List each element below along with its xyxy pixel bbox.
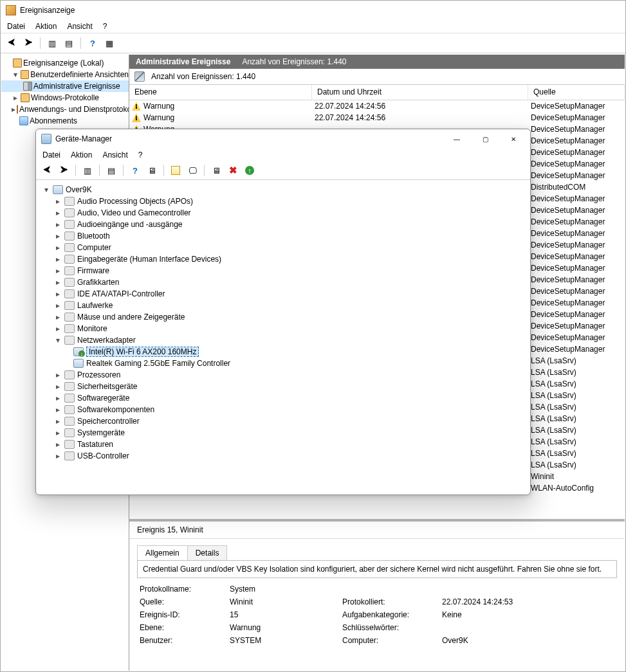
event-detail-tabs: Allgemein Details — [137, 545, 625, 560]
col-date[interactable]: Datum und Uhrzeit — [312, 85, 528, 100]
filter-bar[interactable]: Anzahl von Ereignissen: 1.440 — [129, 69, 625, 85]
col-level[interactable]: Ebene — [129, 85, 312, 100]
tree-app-logs-label: Anwendungs- und Dienstprotokolle — [19, 105, 129, 114]
device-category[interactable]: ▸Softwarekomponenten — [40, 404, 526, 415]
device-category[interactable]: ▸Tastaturen — [40, 439, 526, 450]
minimize-button[interactable]: — — [443, 130, 471, 148]
dm-help-button[interactable]: ? — [128, 163, 142, 177]
table-row[interactable]: Warnung22.07.2024 14:24:56DeviceSetupMan… — [129, 100, 625, 112]
maximize-button[interactable]: ▢ — [471, 130, 499, 148]
val-taskcat: Keine — [442, 610, 614, 619]
nav-forward-button[interactable]: ⮞ — [21, 36, 35, 50]
close-button[interactable]: ✕ — [499, 130, 528, 148]
dm-uninstall-button[interactable]: 🖵 — [185, 163, 199, 177]
device-category[interactable]: ▸Firmware — [40, 265, 526, 277]
device-category[interactable]: ▸Sicherheitsgeräte — [40, 381, 526, 392]
dm-nav-back-button[interactable]: ⮜ — [40, 163, 54, 177]
dm-remove-device-button[interactable]: ✖ — [226, 163, 240, 177]
device-category[interactable]: ▸Mäuse und andere Zeigegeräte — [40, 311, 526, 323]
device-category[interactable]: ▸Systemgeräte — [40, 427, 526, 439]
device-manager-titlebar[interactable]: Geräte-Manager — ▢ ✕ — [36, 129, 530, 149]
device-manager-window[interactable]: Geräte-Manager — ▢ ✕ Datei Aktion Ansich… — [35, 129, 531, 495]
device-category-label: Softwaregeräte — [77, 394, 129, 403]
tree-root[interactable]: Ereignisanzeige (Lokal) — [1, 57, 129, 69]
table-row[interactable]: Warnung22.07.2024 14:24:56DeviceSetupMan… — [129, 112, 625, 123]
dm-menu-file[interactable]: Datei — [42, 150, 60, 159]
row-source: LSA (LsaSrv) — [531, 379, 625, 388]
device-category[interactable]: ▸Prozessoren — [40, 369, 526, 381]
lbl-source: Quelle: — [140, 597, 223, 606]
tree-custom-views[interactable]: ▾ Benutzerdefinierte Ansichten — [1, 69, 129, 80]
dm-menu-view[interactable]: Ansicht — [102, 150, 127, 159]
dm-scan-hardware-button[interactable]: 🖥 — [145, 163, 159, 177]
tree-windows-logs[interactable]: ▸ Windows-Protokolle — [1, 92, 129, 104]
network-adapter-icon — [73, 347, 84, 356]
device-category[interactable]: ▸Softwaregeräte — [40, 392, 526, 404]
row-source: LSA (LsaSrv) — [531, 356, 625, 365]
device-category[interactable]: ▸Audio Processing Objects (APOs) — [40, 195, 526, 207]
device-item-selected[interactable]: Intel(R) Wi-Fi 6 AX200 160MHz — [40, 346, 526, 358]
device-category[interactable]: ▸Eingabegeräte (Human Interface Devices) — [40, 253, 526, 265]
help-button[interactable]: ? — [86, 36, 100, 50]
dm-nav-forward-button[interactable]: ⮞ — [57, 163, 71, 177]
network-adapter-icon — [73, 359, 84, 368]
device-category[interactable]: ▸Audio, Video und Gamecontroller — [40, 207, 526, 219]
row-level: Warnung — [143, 102, 174, 111]
event-viewer-titlebar[interactable]: Ereignisanzeige — [1, 1, 625, 20]
dm-disable-device-button[interactable]: 🖥 — [209, 163, 223, 177]
device-category[interactable]: ▸Monitore — [40, 323, 526, 334]
device-category-label: Bluetooth — [77, 232, 110, 241]
tree-admin-events[interactable]: Administrative Ereignisse — [1, 80, 129, 92]
category-icon — [64, 428, 75, 437]
warning-icon — [132, 113, 141, 122]
category-icon — [64, 370, 75, 379]
warning-icon — [132, 102, 141, 111]
menu-file[interactable]: Datei — [7, 22, 25, 31]
nav-back-button[interactable]: ⮜ — [5, 36, 19, 50]
device-category[interactable]: ▸Computer — [40, 242, 526, 253]
tab-general[interactable]: Allgemein — [137, 545, 188, 560]
device-category[interactable]: ▸USB-Controller — [40, 450, 526, 462]
device-tree-root[interactable]: ▾ Over9K — [40, 184, 526, 195]
device-category[interactable]: ▸Grafikkarten — [40, 277, 526, 288]
device-category[interactable]: ▾Netzwerkadapter — [40, 334, 526, 346]
tree-subscriptions[interactable]: Abonnements — [1, 115, 129, 127]
tree-windows-logs-label: Windows-Protokolle — [31, 93, 99, 102]
menu-action[interactable]: Aktion — [35, 22, 57, 31]
show-hide-tree-button[interactable]: ▥ — [45, 36, 59, 50]
dm-menu-action[interactable]: Aktion — [71, 150, 92, 159]
dm-show-hide-tree-button[interactable]: ▥ — [80, 163, 95, 177]
category-icon — [64, 394, 75, 403]
device-category-label: Prozessoren — [77, 370, 120, 379]
menu-help[interactable]: ? — [103, 22, 107, 31]
device-category[interactable]: ▸Laufwerke — [40, 300, 526, 311]
row-source: DeviceSetupManager — [531, 345, 625, 354]
device-tree[interactable]: ▾ Over9K ▸Audio Processing Objects (APOs… — [36, 180, 530, 466]
device-category[interactable]: ▸Audioeingänge und -ausgänge — [40, 219, 526, 230]
row-source: DeviceSetupManager — [531, 229, 625, 238]
device-item[interactable]: Realtek Gaming 2.5GbE Family Controller — [40, 358, 526, 369]
row-source: LSA (LsaSrv) — [531, 449, 625, 458]
dm-properties-button[interactable]: ▤ — [104, 163, 118, 177]
device-category-label: Systemgeräte — [77, 428, 125, 437]
row-source: LSA (LsaSrv) — [531, 437, 625, 446]
device-manager-toolbar: ⮜ ⮞ ▥ ▤ ? 🖥 🖵 🖥 ✖ ↑ — [36, 161, 530, 180]
properties-button[interactable]: ▤ — [62, 36, 76, 50]
menu-view[interactable]: Ansicht — [67, 22, 92, 31]
row-source: LSA (LsaSrv) — [531, 426, 625, 435]
dm-update-driver-button[interactable] — [169, 163, 183, 177]
col-source[interactable]: Quelle — [528, 85, 625, 100]
device-category[interactable]: ▸Bluetooth — [40, 230, 526, 242]
tab-details[interactable]: Details — [187, 545, 228, 560]
category-icon — [64, 313, 75, 322]
dm-enable-device-button[interactable]: ↑ — [243, 163, 257, 177]
dm-menu-help[interactable]: ? — [138, 150, 143, 159]
category-icon — [64, 451, 75, 460]
tree-app-service-logs[interactable]: ▸ Anwendungs- und Dienstprotokolle — [1, 104, 129, 115]
device-category[interactable]: ▸IDE ATA/ATAPI-Controller — [40, 288, 526, 300]
category-icon — [64, 220, 75, 229]
device-category-label: Softwarekomponenten — [77, 405, 154, 414]
device-category[interactable]: ▸Speichercontroller — [40, 415, 526, 427]
view-options-button[interactable]: ▦ — [102, 36, 116, 50]
event-table-header[interactable]: Ebene Datum und Uhrzeit Quelle — [129, 85, 625, 100]
